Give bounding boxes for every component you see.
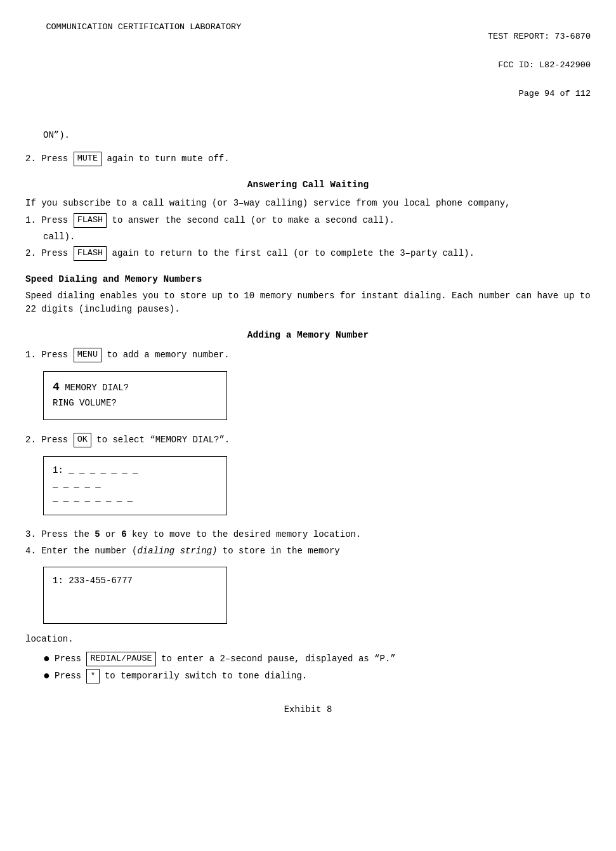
fcc-id: FCC ID: L82-242900 <box>488 60 591 70</box>
flash1-line: 1. Press FLASH to answer the second call… <box>25 213 591 228</box>
answering-title: Answering Call Waiting <box>25 178 591 192</box>
dialing-string: dialing string) <box>137 546 217 556</box>
test-report: TEST REPORT: 73-6870 <box>488 32 591 41</box>
display2-line3: _ _ _ _ _ _ _ _ <box>53 491 218 505</box>
flash1-call-text: call). <box>43 230 591 244</box>
bullet-item-2: ● Press * to temporarily switch to tone … <box>43 669 591 683</box>
press-mute-line: 2. Press MUTE again to turn mute off. <box>25 152 591 166</box>
display2-line1: 1: _ _ _ _ _ _ _ <box>53 463 218 477</box>
page-header: COMMUNICATION CERTIFICATION LABORATORY T… <box>25 13 591 117</box>
bullet-dot-2: ● <box>43 669 55 683</box>
display1-line2: RING VOLUME? <box>53 396 218 410</box>
location-text: location. <box>25 633 591 647</box>
display-box-3: 1: 233-455-6777 <box>43 567 227 624</box>
flash1-button: FLASH <box>74 213 107 228</box>
ok-button: OK <box>74 433 91 447</box>
step2-line: 2. Press OK to select “MEMORY DIAL?”. <box>25 433 591 447</box>
company-name: COMMUNICATION CERTIFICATION LABORATORY <box>46 22 241 32</box>
answering-para: If you subscribe to a call waiting (or 3… <box>25 197 591 211</box>
display-box-2: 1: _ _ _ _ _ _ _ _ _ _ _ _ _ _ _ _ _ _ _… <box>43 456 227 515</box>
key-5: 5 <box>95 529 100 539</box>
flash2-line: 2. Press FLASH again to return to the fi… <box>25 246 591 261</box>
header-right: TEST REPORT: 73-6870 FCC ID: L82-242900 … <box>488 13 591 117</box>
speed-dial-title: Speed Dialing and Memory Numbers <box>25 272 591 286</box>
step4-line: 4. Enter the number (dialing string) to … <box>25 544 591 558</box>
adding-title: Adding a Memory Number <box>25 328 591 342</box>
menu-button: MENU <box>74 348 102 362</box>
step1-line: 1. Press MENU to add a memory number. <box>25 348 591 362</box>
bullet-text-2: Press * to temporarily switch to tone di… <box>55 669 591 683</box>
key-6: 6 <box>121 529 126 539</box>
redial-pause-button: REDIAL/PAUSE <box>86 652 155 666</box>
bullet-text-1: Press REDIAL/PAUSE to enter a 2–second p… <box>55 652 591 666</box>
page-number: Page 94 of 112 <box>488 89 591 98</box>
mute-button: MUTE <box>74 152 102 166</box>
star-button: * <box>86 669 99 683</box>
speed-dial-para: Speed dialing enables you to store up to… <box>25 289 591 317</box>
on-text: ON”). <box>43 129 591 143</box>
exhibit-label: Exhibit 8 <box>284 704 332 715</box>
display3-line2 <box>53 588 218 602</box>
bullet-dot-1: ● <box>43 652 55 666</box>
display1-line1: MEMORY DIAL? <box>65 383 129 393</box>
exhibit-footer: Exhibit 8 <box>25 703 591 717</box>
display3-line3 <box>53 602 218 616</box>
display1-num: 4 <box>53 381 60 393</box>
display3-line1: 1: 233-455-6777 <box>53 574 218 588</box>
step3-line: 3. Press the 5 or 6 key to move to the d… <box>25 528 591 542</box>
header-left: COMMUNICATION CERTIFICATION LABORATORY <box>25 13 241 117</box>
main-content: ON”). 2. Press MUTE again to turn mute o… <box>25 129 591 716</box>
display2-line2: _ _ _ _ _ <box>53 477 218 491</box>
flash2-button: FLASH <box>74 246 107 261</box>
bullet-item-1: ● Press REDIAL/PAUSE to enter a 2–second… <box>43 652 591 666</box>
display-box-1: 4 MEMORY DIAL? RING VOLUME? <box>43 371 227 420</box>
